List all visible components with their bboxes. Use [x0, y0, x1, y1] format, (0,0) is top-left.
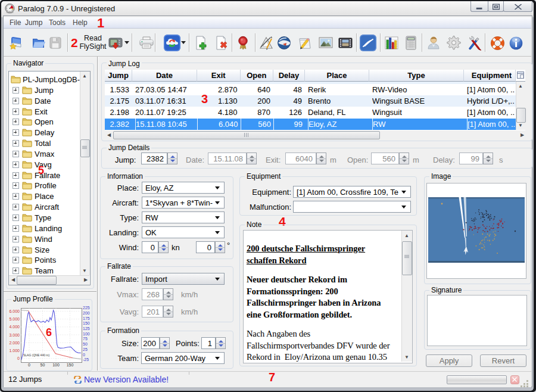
svg-text:SLAG (QNE 440 m): SLAG (QNE 440 m) — [23, 353, 50, 357]
